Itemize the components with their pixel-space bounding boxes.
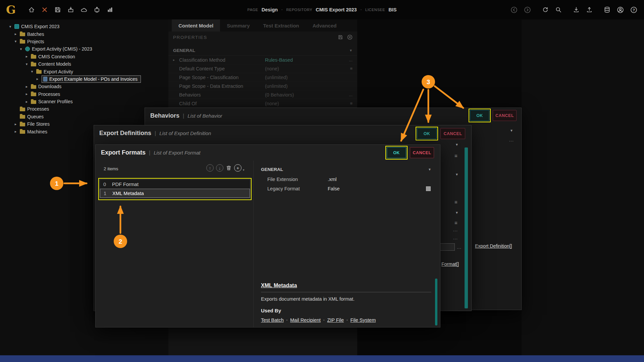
ellipsis-button[interactable]: ... [509, 137, 514, 142]
property-row[interactable]: File Extension .xml [267, 175, 433, 184]
property-row[interactable]: Child Of (none) ≡ [168, 99, 357, 108]
back-button[interactable] [510, 6, 518, 14]
menu-icon[interactable]: ≡ [454, 199, 458, 205]
add-button[interactable]: + [234, 164, 241, 172]
ellipsis-button[interactable]: ... [457, 245, 462, 250]
property-row[interactable]: Page Scope - Data Extraction (unlimited) [168, 82, 357, 90]
expander-icon[interactable]: ▾ [8, 24, 12, 29]
expander-icon[interactable]: ▾ [13, 39, 18, 44]
export-formats-ok-button[interactable]: OK [387, 147, 406, 158]
ellipsis-button[interactable]: ... [349, 92, 353, 97]
property-value[interactable]: (unlimited) [265, 75, 353, 80]
property-row[interactable]: Page Scope - Classification (unlimited) [168, 73, 357, 82]
tab-content-model[interactable]: Content Model [172, 19, 220, 32]
expander-icon[interactable]: ▾ [24, 62, 29, 66]
property-value[interactable]: (0 Behaviors) [265, 92, 349, 98]
menu-icon[interactable]: ≡ [454, 153, 458, 159]
database-button[interactable] [603, 6, 611, 14]
upload-button[interactable] [585, 6, 593, 14]
property-row[interactable]: Behaviors (0 Behaviors) ... [168, 90, 357, 99]
forward-button[interactable] [523, 6, 532, 14]
tree-item-export-activity[interactable]: ▾ Export Activity [3, 68, 166, 75]
search-button[interactable] [554, 6, 562, 14]
design-tools-button[interactable] [41, 6, 49, 14]
expander-icon[interactable]: ▸ [13, 122, 18, 126]
tree-item-scanner-profiles[interactable]: ▸ Scanner Profiles [3, 98, 166, 105]
help-button[interactable]: ? [630, 6, 638, 14]
tree-item-projects[interactable]: ▾ Projects [3, 38, 166, 45]
expander-icon[interactable]: ▸ [35, 77, 40, 81]
publish-button[interactable] [93, 6, 101, 14]
tree-item-export-activity-cmis-2023[interactable]: ▾ Export Activity (CMIS) - 2023 [3, 45, 166, 53]
selected-tree-item[interactable]: Export Example Model - POs and Invoices [42, 75, 141, 83]
tree-item-cmis-connection[interactable]: ▸ CMIS Connection [3, 53, 166, 60]
tree-item-processes-root[interactable]: Processes [3, 105, 166, 113]
list-item-xml-metadata[interactable]: 1 XML Metadata [100, 189, 250, 198]
move-down-button[interactable]: ↓ [216, 164, 223, 172]
behaviors-cancel-button[interactable]: CANCEL [493, 110, 517, 121]
property-value[interactable]: Rules-Based [265, 57, 349, 63]
behaviors-ok-button[interactable]: OK [470, 110, 489, 121]
licensee-value[interactable]: BIS [388, 7, 396, 12]
import-batch-button[interactable] [67, 6, 75, 14]
used-by-link-file-system[interactable]: File System [350, 317, 376, 323]
chevron-down-icon[interactable]: ▼ [455, 143, 459, 146]
menu-icon[interactable]: ≡ [350, 101, 353, 106]
expander-icon[interactable]: ▸ [13, 32, 18, 36]
used-by-link-test-batch[interactable]: Test Batch [261, 317, 284, 323]
expander-icon[interactable]: ▸ [13, 129, 18, 134]
property-value[interactable]: False [328, 186, 339, 191]
tree-item-queues[interactable]: Queues [3, 113, 166, 120]
menu-icon[interactable]: ≡ [454, 220, 458, 226]
property-value[interactable]: (none) [265, 66, 350, 71]
property-row[interactable]: Legacy Format False [267, 184, 433, 193]
delete-button[interactable] [226, 164, 232, 172]
move-up-button[interactable]: ↑ [206, 164, 214, 172]
expander-icon[interactable]: ▸ [173, 58, 179, 62]
close-properties-icon[interactable] [347, 35, 353, 40]
tab-advanced[interactable]: Advanced [306, 19, 343, 32]
export-definitions-ok-button[interactable]: OK [417, 128, 437, 139]
page-value[interactable]: Design [262, 7, 278, 12]
home-button[interactable] [28, 6, 36, 14]
chevron-down-icon[interactable]: ▼ [510, 129, 513, 132]
list-item-pdf-format[interactable]: 0 PDF Format [100, 180, 250, 189]
scrollbar[interactable] [465, 147, 468, 308]
cloud-upload-button[interactable] [80, 6, 88, 14]
expander-icon[interactable]: ▾ [19, 47, 23, 51]
legacy-format-checkbox[interactable] [426, 186, 431, 191]
ellipsis-button[interactable]: ... [453, 227, 458, 232]
tree-item-cmis-export-2023[interactable]: ▾ CMIS Export 2023 [3, 23, 166, 30]
expander-icon[interactable]: ▸ [24, 84, 29, 89]
export-formats-cancel-button[interactable]: CANCEL [410, 147, 434, 158]
format-link[interactable]: Format[] [441, 261, 459, 267]
expander-icon[interactable]: ▸ [24, 54, 29, 59]
app-logo[interactable]: G [6, 4, 16, 15]
chevron-down-icon[interactable]: ▼ [349, 49, 353, 52]
repository-value[interactable]: CMIS Export 2023 [316, 7, 357, 12]
property-row[interactable]: Default Content Type (none) ≡ [168, 64, 357, 73]
property-value[interactable]: (none) [265, 101, 350, 106]
export-definition-link[interactable]: Export Definition[] [475, 243, 512, 249]
tree-item-processes-project[interactable]: ▸ Processes [3, 90, 166, 98]
scrollbar[interactable] [435, 279, 437, 325]
used-by-link-zip-file[interactable]: ZIP File [327, 317, 344, 323]
ellipsis-button[interactable]: ... [349, 57, 353, 62]
stats-button[interactable] [106, 6, 114, 14]
user-button[interactable] [616, 6, 625, 14]
tree-item-export-example-model[interactable]: ▸ Export Example Model - POs and Invoice… [3, 75, 166, 83]
refresh-button[interactable] [541, 6, 549, 14]
property-row[interactable]: ▸ Classification Method Rules-Based ... [168, 56, 357, 64]
menu-icon[interactable]: ≡ [350, 66, 353, 71]
tree-item-batches[interactable]: ▸ Batches [3, 30, 166, 38]
download-button[interactable] [572, 6, 580, 14]
export-definitions-cancel-button[interactable]: CANCEL [440, 128, 465, 139]
save-button[interactable] [54, 6, 62, 14]
save-properties-icon[interactable] [338, 35, 343, 40]
chevron-down-icon[interactable]: ▼ [428, 168, 431, 171]
used-by-link-mail-recipient[interactable]: Mail Recipient [290, 317, 321, 323]
tab-test-extraction[interactable]: Test Extraction [257, 19, 306, 32]
tab-summary[interactable]: Summary [220, 19, 256, 32]
add-menu-caret-icon[interactable]: ▾ [243, 168, 245, 172]
property-value[interactable]: .xml [328, 177, 337, 182]
